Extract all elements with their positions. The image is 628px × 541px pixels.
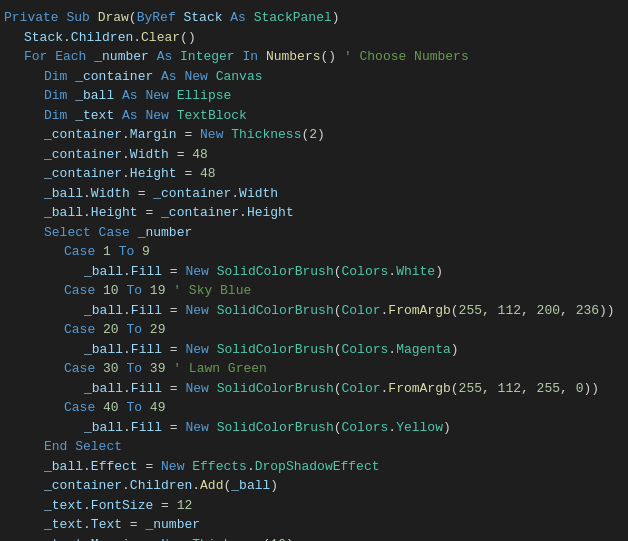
punct: ) [286, 535, 294, 542]
punct: () [321, 47, 344, 67]
method-clear: Clear [141, 28, 180, 48]
punct [165, 281, 173, 301]
punct: ( [334, 262, 342, 282]
punct: . [231, 184, 239, 204]
number-19: 19 [150, 281, 166, 301]
punct: . [123, 301, 131, 321]
punct: . [83, 535, 91, 542]
keyword-case: Case [99, 223, 138, 243]
punct [119, 359, 127, 379]
keyword-dim: Dim [44, 106, 75, 126]
code-line-17: Case 20 To 29 [0, 320, 628, 340]
code-line-24: _ball.Effect = New Effects.DropShadowEff… [0, 457, 628, 477]
punct: . [247, 457, 255, 477]
var-ball10: _ball [231, 476, 270, 496]
punct [119, 398, 127, 418]
prop-textmargin: Margin [91, 535, 138, 542]
number-2: 2 [309, 125, 317, 145]
prop-fill1: Fill [131, 262, 162, 282]
number-49: 49 [150, 398, 166, 418]
var-container: _container [75, 67, 153, 87]
keyword-new4: New [185, 340, 216, 360]
punct: ) [451, 340, 459, 360]
var-text2: _text [44, 496, 83, 516]
keyword-new6: New [185, 418, 216, 438]
prop-fontsize: FontSize [91, 496, 153, 516]
number-39: 39 [150, 359, 166, 379]
keyword-sub: Sub [66, 8, 97, 28]
punct: , [521, 379, 537, 399]
punct: . [122, 145, 130, 165]
type-colors2: Colors [342, 340, 389, 360]
var-ball3: _ball [44, 203, 83, 223]
var-text: _text [75, 106, 114, 126]
punct: , [560, 301, 576, 321]
punct [149, 47, 157, 67]
prop-height: Height [130, 164, 177, 184]
keyword-new: New [145, 106, 176, 126]
keyword-new8: New [161, 535, 192, 542]
code-line-3: For Each _number As Integer In Numbers()… [0, 47, 628, 67]
keyword-select: Select [44, 223, 99, 243]
method-add1: Add [200, 476, 223, 496]
punct: )) [583, 379, 599, 399]
keyword-end-select: End Select [44, 437, 122, 457]
prop-contwidth: Width [239, 184, 278, 204]
number-112a: 112 [498, 301, 521, 321]
punct [223, 8, 231, 28]
var-ball2: _ball [44, 184, 83, 204]
punct [114, 86, 122, 106]
comment-choose: ' Choose Numbers [344, 47, 469, 67]
code-line-5: Dim _ball As New Ellipse [0, 86, 628, 106]
number-9: 9 [142, 242, 150, 262]
type-ellipse: Ellipse [177, 86, 232, 106]
code-line-13: Case 1 To 9 [0, 242, 628, 262]
prop-margin: Margin [130, 125, 177, 145]
punct: = [122, 515, 145, 535]
punct: = [177, 164, 200, 184]
number-30: 30 [103, 359, 119, 379]
code-line-10: _ball.Width = _container.Width [0, 184, 628, 204]
code-line-6: Dim _text As New TextBlock [0, 106, 628, 126]
var-text4: _text [44, 535, 83, 542]
punct: ( [334, 379, 342, 399]
punct: = [162, 262, 185, 282]
punct [119, 281, 127, 301]
punct: ( [334, 418, 342, 438]
punct [114, 106, 122, 126]
punct: . [83, 496, 91, 516]
punct [235, 47, 243, 67]
punct: , [482, 379, 498, 399]
number-29: 29 [150, 320, 166, 340]
type-canvas: Canvas [216, 67, 263, 87]
punct: ) [317, 125, 325, 145]
punct: . [123, 262, 131, 282]
type-solidcolorbrush1: SolidColorBrush [217, 262, 334, 282]
punct: . [388, 418, 396, 438]
type-solidcolorbrush5: SolidColorBrush [217, 418, 334, 438]
comment-skyblue: ' Sky Blue [173, 281, 251, 301]
var-ball5: _ball [84, 301, 123, 321]
punct: () [180, 28, 196, 48]
keyword-case5: Case [64, 398, 103, 418]
var-container6: _container [161, 203, 239, 223]
prop-ballwidth: Width [91, 184, 130, 204]
punct: . [122, 164, 130, 184]
punct: , [521, 301, 537, 321]
code-line-23: End Select [0, 437, 628, 457]
punct: ( [334, 301, 342, 321]
punct: . [239, 203, 247, 223]
type-colors3: Colors [342, 418, 389, 438]
punct: . [122, 125, 130, 145]
punct [111, 242, 119, 262]
keyword-new: New [200, 125, 231, 145]
punct: , [560, 379, 576, 399]
punct: . [83, 203, 91, 223]
var-number3: _number [145, 515, 200, 535]
punct: = [162, 340, 185, 360]
punct: . [388, 262, 396, 282]
punct: . [133, 28, 141, 48]
method-numbers: Numbers [266, 47, 321, 67]
punct: ( [451, 301, 459, 321]
number-16: 16 [270, 535, 286, 542]
